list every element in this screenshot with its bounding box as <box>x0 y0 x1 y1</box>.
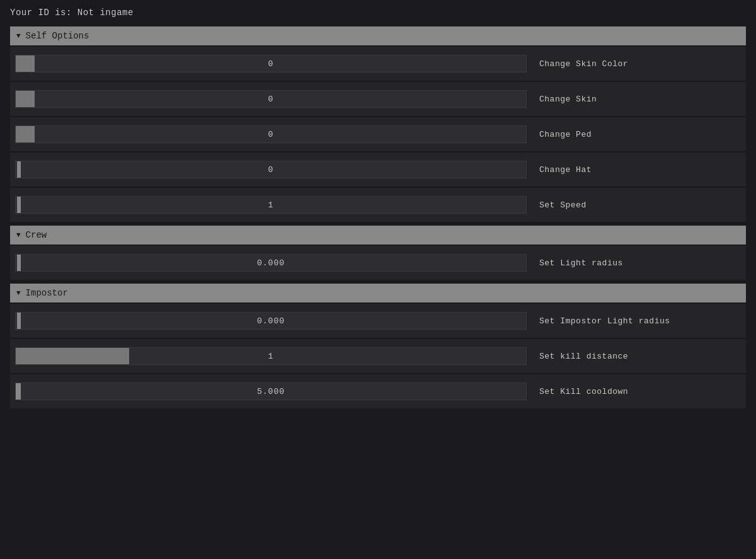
slider-change-skin[interactable]: 0 <box>15 82 527 116</box>
slider-thumb-hat <box>17 161 21 178</box>
slider-value-skin-color: 0 <box>268 59 274 69</box>
slider-set-light-radius[interactable]: 0.000 <box>15 246 527 280</box>
row-set-speed[interactable]: 1 Set Speed <box>10 188 746 222</box>
slider-track-speed: 1 <box>15 196 527 214</box>
slider-set-speed[interactable]: 1 <box>15 188 527 222</box>
slider-change-hat[interactable]: 0 <box>15 153 527 187</box>
self-options-arrow: ▼ <box>16 32 21 40</box>
self-options-label: Self Options <box>26 31 89 41</box>
crew-label: Crew <box>26 230 47 240</box>
row-set-light-radius[interactable]: 0.000 Set Light radius <box>10 246 746 280</box>
slider-track-hat: 0 <box>15 161 527 178</box>
slider-thumb-speed <box>17 197 21 213</box>
slider-value-kill-distance: 1 <box>268 352 274 361</box>
slider-fill-kill-cooldown <box>16 383 21 400</box>
slider-value-kill-cooldown: 5.000 <box>257 387 285 396</box>
slider-value-hat: 0 <box>268 165 274 175</box>
impostor-arrow: ▼ <box>16 289 21 297</box>
row-set-kill-cooldown[interactable]: 5.000 Set Kill cooldown <box>10 374 746 408</box>
slider-track-skin: 0 <box>15 90 527 108</box>
crew-arrow: ▼ <box>16 231 21 239</box>
slider-track-light-radius: 0.000 <box>15 254 527 272</box>
slider-track-ped: 0 <box>15 125 527 143</box>
slider-set-impostor-light-radius[interactable]: 0.000 <box>15 304 527 338</box>
row-change-skin[interactable]: 0 Change Skin <box>10 82 746 116</box>
slider-change-ped[interactable]: 0 <box>15 117 527 151</box>
slider-track-skin-color: 0 <box>15 55 527 72</box>
slider-track-kill-distance: 1 <box>15 347 527 365</box>
slider-track-kill-cooldown: 5.000 <box>15 383 527 400</box>
page-container: Your ID is: Not ingame ▼ Self Options 0 … <box>0 0 756 417</box>
label-set-light-radius: Set Light radius <box>527 258 741 268</box>
label-set-impostor-light-radius: Set Impostor Light radius <box>527 316 741 326</box>
section-impostor[interactable]: ▼ Impostor <box>10 284 746 303</box>
slider-track-impostor-light-radius: 0.000 <box>15 312 527 330</box>
row-change-hat[interactable]: 0 Change Hat <box>10 153 746 187</box>
impostor-label: Impostor <box>26 288 68 298</box>
slider-value-ped: 0 <box>268 130 274 139</box>
row-change-ped[interactable]: 0 Change Ped <box>10 117 746 151</box>
slider-value-skin: 0 <box>268 95 274 104</box>
slider-value-speed: 1 <box>268 200 274 210</box>
label-set-speed: Set Speed <box>527 200 741 210</box>
slider-fill-skin <box>16 91 35 107</box>
row-set-kill-distance[interactable]: 1 Set kill distance <box>10 339 746 373</box>
slider-thumb-impostor-light-radius <box>17 313 21 329</box>
label-change-skin: Change Skin <box>527 95 741 104</box>
label-change-skin-color: Change Skin Color <box>527 59 741 69</box>
section-crew[interactable]: ▼ Crew <box>10 226 746 245</box>
label-set-kill-distance: Set kill distance <box>527 352 741 361</box>
slider-value-light-radius: 0.000 <box>257 258 285 268</box>
slider-fill-skin-color <box>16 55 35 72</box>
row-set-impostor-light-radius[interactable]: 0.000 Set Impostor Light radius <box>10 304 746 338</box>
slider-fill-kill-distance <box>16 348 129 364</box>
label-change-ped: Change Ped <box>527 130 741 139</box>
slider-thumb-light-radius <box>17 255 21 271</box>
id-header: Your ID is: Not ingame <box>10 8 746 18</box>
row-change-skin-color[interactable]: 0 Change Skin Color <box>10 47 746 81</box>
slider-set-kill-distance[interactable]: 1 <box>15 339 527 373</box>
slider-value-impostor-light-radius: 0.000 <box>257 316 285 326</box>
section-self-options[interactable]: ▼ Self Options <box>10 26 746 45</box>
slider-change-skin-color[interactable]: 0 <box>15 47 527 81</box>
label-change-hat: Change Hat <box>527 165 741 175</box>
slider-set-kill-cooldown[interactable]: 5.000 <box>15 374 527 408</box>
label-set-kill-cooldown: Set Kill cooldown <box>527 387 741 396</box>
slider-fill-ped <box>16 126 35 142</box>
